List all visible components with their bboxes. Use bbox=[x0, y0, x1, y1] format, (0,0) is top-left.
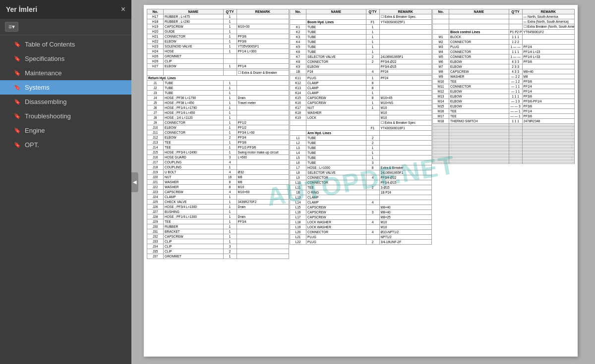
cell-remark: PF1/4 L=33 bbox=[522, 54, 574, 59]
cell-no: J27 bbox=[147, 209, 164, 214]
sidebar-item-maintenance[interactable]: 🔖Maintenance bbox=[0, 66, 131, 80]
cell-name: BUSHING bbox=[164, 209, 223, 214]
cell-name: CLIP bbox=[164, 249, 223, 254]
col-header-qty: Q'TY bbox=[223, 9, 237, 14]
cell-qty: 4 bbox=[223, 170, 237, 175]
table-row: L4 TUBE 1 bbox=[290, 151, 432, 156]
sidebar-header: Yer İmleri × bbox=[0, 0, 131, 19]
cell-qty bbox=[366, 225, 379, 230]
cell-name: CONNECTOR bbox=[449, 50, 509, 54]
view-options-button[interactable]: ≡▾ bbox=[5, 22, 18, 32]
cell-no: J18 bbox=[147, 165, 164, 170]
col-header-no-r: No. bbox=[433, 9, 449, 14]
cell-name: HOSE ; PF1/4 L=1790 bbox=[164, 105, 223, 110]
table-row: M13 ELBOW 1 1 1 PF3/8 bbox=[433, 94, 575, 99]
cell-no: H26 bbox=[147, 54, 164, 59]
sidebar-item-systems[interactable]: 🔖Systems bbox=[0, 80, 131, 95]
cell-qty bbox=[509, 24, 522, 30]
cell-name bbox=[449, 24, 509, 30]
cell-name: LOCK bbox=[306, 115, 366, 120]
table-row: J32 CAPSCREW 1 bbox=[147, 234, 289, 239]
table-row: H18 RUBBER ; L=290 1 bbox=[147, 19, 289, 24]
cell-qty: 16 bbox=[223, 175, 237, 180]
table-row: J15 HOSE ; PF3/4 L=2490 1 Swing motor ma… bbox=[147, 150, 289, 155]
cell-name bbox=[449, 19, 509, 24]
table-row: J16 HOSE GUARD 3 L=600 bbox=[147, 155, 289, 160]
table-row: M15 ELBOW — — 3 PF3/8 bbox=[433, 104, 575, 109]
cell-name: CONNECTOR bbox=[164, 130, 223, 135]
cell-no: J1 bbox=[147, 81, 164, 86]
cell-remark bbox=[237, 160, 289, 165]
cell-no: M12 bbox=[433, 89, 449, 94]
cell-qty: 1 bbox=[223, 86, 237, 91]
cell-qty: 1 bbox=[366, 30, 379, 35]
collapse-handle[interactable]: ◀ bbox=[131, 172, 138, 192]
cell-name: HOSE ; PF1/4 L=1300 bbox=[164, 214, 223, 219]
cell-qty: 2 bbox=[366, 141, 379, 146]
cell-name: HOSE ; PF1/4 L=450 bbox=[164, 110, 223, 115]
cell-no: J24 bbox=[147, 195, 164, 200]
cell-qty: 4 3 3 bbox=[509, 69, 522, 74]
table-row: J6 HOSE ; PF1/4 L=1790 1 bbox=[147, 105, 289, 110]
sidebar-item-disassembling[interactable]: 🔖Disassembling bbox=[0, 95, 131, 109]
cell-remark: — North, South America bbox=[522, 14, 574, 19]
table-row: L22 PLUG 2 3/4-16UNF-2F bbox=[290, 240, 432, 245]
table-row: M7 ELBOW 2 3 3 bbox=[433, 64, 575, 69]
cell-qty: 1 bbox=[223, 209, 237, 214]
sidebar-item-opt[interactable]: 🔖OPT. bbox=[0, 138, 131, 152]
close-button[interactable]: × bbox=[121, 5, 125, 14]
cell-qty: 4 bbox=[223, 190, 237, 195]
table-row: H20 GUIDE 1 bbox=[147, 29, 289, 34]
col-header-name-m: NAME bbox=[306, 9, 366, 14]
table-row: J13 TEE 1 PF3/8 bbox=[147, 140, 289, 145]
cell-name bbox=[306, 126, 366, 131]
table-row: J11 CONNECTOR 1 PF3/4 L=60 bbox=[147, 130, 289, 135]
sidebar-toolbar: ≡▾ bbox=[0, 19, 131, 35]
cell-remark: YT430S00025F1 bbox=[379, 20, 431, 25]
sidebar-item-specifications[interactable]: 🔖Specifications bbox=[0, 52, 131, 66]
sidebar-item-troubleshooting[interactable]: 🔖Troubleshooting bbox=[0, 109, 131, 123]
cell-name: O RING bbox=[306, 190, 366, 195]
cell-remark bbox=[379, 35, 431, 40]
table-row: K14 CLAMP 1 bbox=[290, 91, 432, 96]
cell-qty bbox=[223, 54, 237, 59]
cell-name: Boom Hyd. Lines bbox=[306, 20, 366, 25]
sidebar-item-engine[interactable]: 🔖Engine bbox=[0, 123, 131, 138]
cell-remark bbox=[379, 195, 431, 200]
table-row: K15 CAPSCREW 8 M10×45 bbox=[290, 96, 432, 101]
cell-no: L20 bbox=[290, 230, 306, 235]
table-row: J27 BUSHING 1 bbox=[147, 209, 289, 214]
cell-qty: 1 bbox=[223, 24, 237, 29]
cell-name bbox=[164, 70, 223, 76]
sidebar-item-table-of-contents[interactable]: 🔖Table of Contents bbox=[0, 37, 131, 52]
cell-remark bbox=[379, 40, 431, 45]
table-row: J19 U BOLT 4 Ø32 bbox=[147, 170, 289, 175]
cell-remark bbox=[237, 110, 289, 115]
cell-no: L10 bbox=[290, 180, 306, 185]
cell-remark: ☐ Extra Breaker (North, South America) bbox=[522, 24, 574, 30]
table-row: H24 HOSE 1 PF1/4 L=300 bbox=[147, 49, 289, 54]
cell-name bbox=[306, 14, 366, 20]
cell-remark bbox=[379, 45, 431, 50]
cell-qty: 1 bbox=[366, 146, 379, 151]
table-row: H26 GROMMET bbox=[147, 54, 289, 59]
cell-remark: PF1/2 bbox=[237, 125, 289, 130]
cell-no: L1 bbox=[290, 136, 306, 141]
cell-name: ELBOW bbox=[449, 59, 509, 64]
cell-no: K14 bbox=[290, 91, 306, 96]
cell-qty: 1 bbox=[223, 91, 237, 96]
cell-name: WASHER bbox=[449, 74, 509, 79]
cell-qty: 3 bbox=[366, 210, 379, 215]
cell-qty: 1 bbox=[223, 115, 237, 120]
cell-qty: 1 bbox=[223, 125, 237, 130]
cell-qty bbox=[366, 215, 379, 220]
cell-qty: — 1 3 bbox=[509, 99, 522, 104]
cell-name: ELBOW bbox=[449, 99, 509, 104]
cell-name: HOSE ; 1/4 L=1120 bbox=[164, 115, 223, 120]
cell-name: TEE bbox=[306, 185, 366, 190]
cell-remark: PF3/8 bbox=[522, 79, 574, 84]
cell-qty bbox=[366, 170, 379, 175]
table-row: K19 LOCK M10 bbox=[290, 115, 432, 120]
cell-name: TUBE bbox=[306, 136, 366, 141]
table-row: M8 CAPSCREW 4 3 3 M8×40 bbox=[433, 69, 575, 74]
